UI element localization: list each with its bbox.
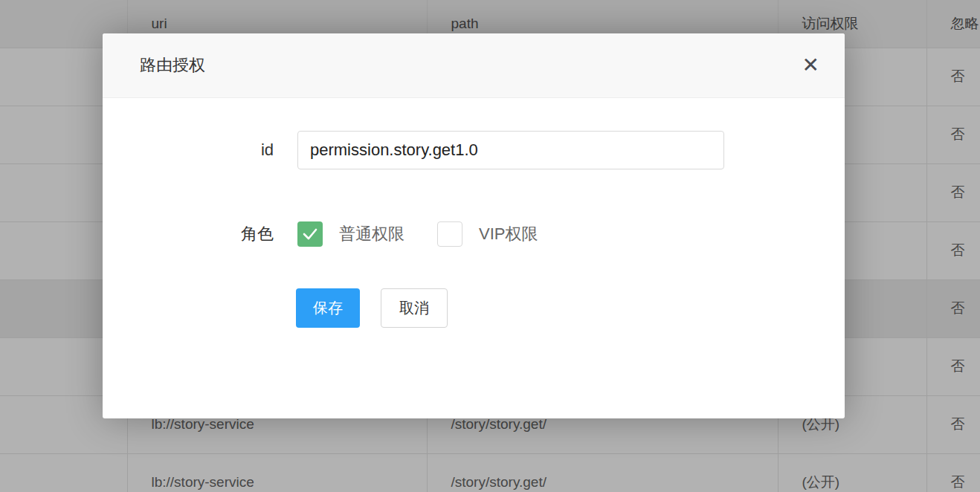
route-auth-modal: 路由授权 ✕ id 角色 普通权限 VIP权限	[103, 33, 845, 418]
cancel-button[interactable]: 取消	[381, 288, 448, 328]
role-label: 角色	[103, 223, 274, 245]
modal-header: 路由授权 ✕	[103, 33, 845, 98]
id-label: id	[103, 140, 274, 160]
button-row: 保存 取消	[103, 288, 845, 328]
vip-permission-label[interactable]: VIP权限	[479, 223, 538, 245]
checkbox-normal-permission[interactable]	[297, 221, 323, 247]
id-form-row: id	[103, 131, 845, 169]
checkbox-vip-permission[interactable]	[437, 221, 462, 247]
role-form-row: 角色 普通权限 VIP权限	[103, 221, 845, 247]
modal-body: id 角色 普通权限 VIP权限 保存 取消	[103, 98, 845, 328]
id-input[interactable]	[297, 131, 724, 169]
save-button[interactable]: 保存	[296, 288, 360, 328]
screen: uri path 访问权限 忽略 (公开) 否	[0, 0, 980, 492]
normal-permission-label[interactable]: 普通权限	[339, 223, 404, 245]
modal-title: 路由授权	[103, 54, 205, 77]
close-icon[interactable]: ✕	[802, 55, 819, 76]
check-icon	[302, 227, 318, 241]
